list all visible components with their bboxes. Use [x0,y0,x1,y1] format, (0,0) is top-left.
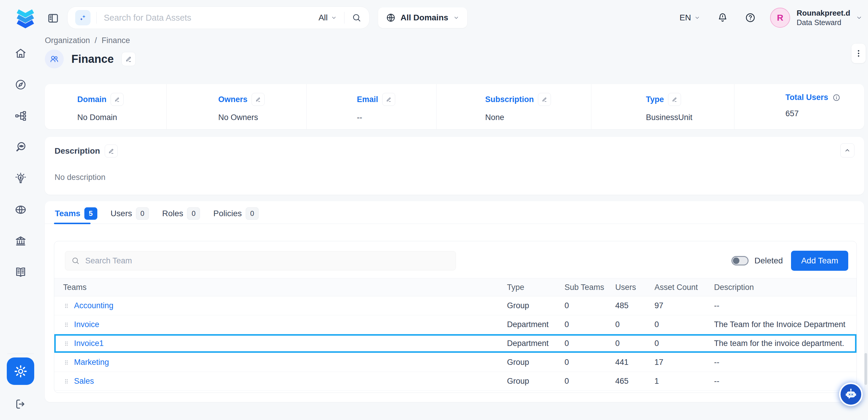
sidebar-toggle-icon[interactable] [46,12,60,25]
info-icon [832,93,841,102]
edit-description-button[interactable] [105,145,118,157]
table-row-accounting[interactable]: AccountingGroup048597-- [54,296,857,315]
team-search-input[interactable] [85,256,450,266]
tab-policies[interactable]: Policies0 [213,207,258,220]
sidebar-item-observability-icon[interactable] [14,141,27,153]
all-domains-dropdown[interactable]: All Domains [378,7,467,28]
chevron-down-icon[interactable] [856,14,863,21]
sidebar-item-glossary-icon[interactable] [14,266,27,278]
sidebar-item-domains-icon[interactable] [14,204,27,216]
info-col-subscription: SubscriptionNone [436,84,591,129]
team-name-cell: Marketing [54,358,502,367]
scrollbar-thumb[interactable] [864,353,867,385]
info-value-total-users: 657 [785,109,864,118]
chat-bot-button[interactable] [839,383,863,406]
search-icon[interactable] [351,13,362,23]
page-actions-menu-button[interactable] [851,44,866,63]
sidebar-item-settings-button[interactable] [7,357,34,385]
tab-label: Policies [213,209,242,218]
edit-type-button[interactable] [668,93,681,106]
team-link-marketing[interactable]: Marketing [74,358,109,367]
asset-count-cell: 17 [649,358,709,367]
users-cell: 465 [610,377,649,386]
description-cell: -- [709,377,857,386]
sparkles-icon[interactable] [75,10,91,25]
sidebar-item-explore-icon[interactable] [14,79,27,91]
table-row-sales[interactable]: SalesGroup04651-- [54,372,857,391]
type-cell: Group [502,358,559,367]
edit-email-button[interactable] [382,93,395,106]
deleted-toggle[interactable] [732,256,749,266]
team-search-bar[interactable] [65,251,456,270]
info-label-owners: Owners [218,95,247,104]
user-avatar[interactable]: R [770,8,790,28]
info-label-subscription: Subscription [485,95,534,104]
language-dropdown[interactable]: EN [680,13,701,22]
tab-users[interactable]: Users0 [111,207,149,220]
team-link-sales[interactable]: Sales [74,377,94,386]
info-col-total-users: Total Users657 [734,84,864,129]
app-logo-icon[interactable] [12,5,38,31]
drag-handle-icon[interactable] [63,302,70,310]
breadcrumb-item-organization[interactable]: Organization [45,36,90,45]
search-divider [96,12,97,24]
team-users-icon [49,54,60,64]
teams-panel: Deleted Add Team TeamsTypeSub TeamsUsers… [54,241,857,393]
tab-roles[interactable]: Roles0 [162,207,200,220]
drag-handle-icon[interactable] [63,321,70,329]
search-input[interactable] [103,13,318,23]
edit-domain-button[interactable] [111,93,124,106]
team-link-invoice1[interactable]: Invoice1 [74,339,104,348]
asset-count-cell: 0 [649,339,709,348]
info-label-domain: Domain [77,95,106,104]
table-row-invoice1[interactable]: Invoice1Department000The team for the in… [54,334,857,353]
edit-title-button[interactable] [122,52,136,66]
team-link-accounting[interactable]: Accounting [74,301,114,310]
table-row-invoice[interactable]: InvoiceDepartment000The Team for the Inv… [54,315,857,334]
tabs-divider [45,223,864,224]
sidebar-item-insights-icon[interactable] [14,172,27,185]
description-cell: -- [709,358,857,367]
global-search-bar[interactable]: All [67,6,370,29]
kebab-menu-icon [854,47,863,60]
drag-handle-icon[interactable] [63,378,70,385]
drag-handle-icon[interactable] [63,340,70,348]
sidebar-item-data-flow-icon[interactable] [14,110,27,122]
drag-handle-icon[interactable] [63,359,70,366]
info-col-domain: DomainNo Domain [45,84,167,129]
sidebar-divider [7,354,34,354]
help-icon[interactable] [745,12,756,23]
entity-summary-bar: DomainNo DomainOwnersNo OwnersEmail--Sub… [45,84,864,129]
tab-label: Roles [162,209,183,218]
sidebar-item-home-icon[interactable] [14,47,27,60]
search-scope-dropdown[interactable]: All [318,13,337,22]
notifications-bell-icon[interactable] [717,12,728,23]
sub-teams-cell: 0 [559,339,610,348]
teams-table-header: TeamsTypeSub TeamsUsersAsset CountDescri… [54,278,857,296]
table-row-marketing[interactable]: MarketingGroup044117-- [54,353,857,372]
description-card: Description No description [45,137,864,195]
chevron-down-icon [331,14,337,21]
sidebar-item-governance-icon[interactable] [14,235,27,247]
collapse-description-button[interactable] [840,143,855,157]
logout-icon[interactable] [14,398,27,411]
asset-count-cell: 97 [649,301,709,310]
tab-label: Users [111,209,132,218]
chevron-down-icon [453,14,460,21]
info-label-type: Type [646,95,664,104]
add-team-button[interactable]: Add Team [791,251,848,271]
total-users-info-icon[interactable] [832,93,841,102]
user-info[interactable]: Rounakpreet.d Data Steward [797,8,850,27]
tabs-bar: Teams5Users0Roles0Policies0 [55,207,259,220]
info-value-email: -- [357,113,436,122]
pencil-icon [386,96,392,102]
edit-owners-button[interactable] [252,93,265,106]
language-label: EN [680,13,691,22]
tab-teams[interactable]: Teams5 [55,207,97,220]
users-cell: 0 [610,320,649,329]
users-cell: 0 [610,339,649,348]
breadcrumb-item-finance[interactable]: Finance [102,36,130,45]
edit-subscription-button[interactable] [538,93,551,106]
team-link-invoice[interactable]: Invoice [74,320,99,329]
user-name: Rounakpreet.d [797,8,850,18]
